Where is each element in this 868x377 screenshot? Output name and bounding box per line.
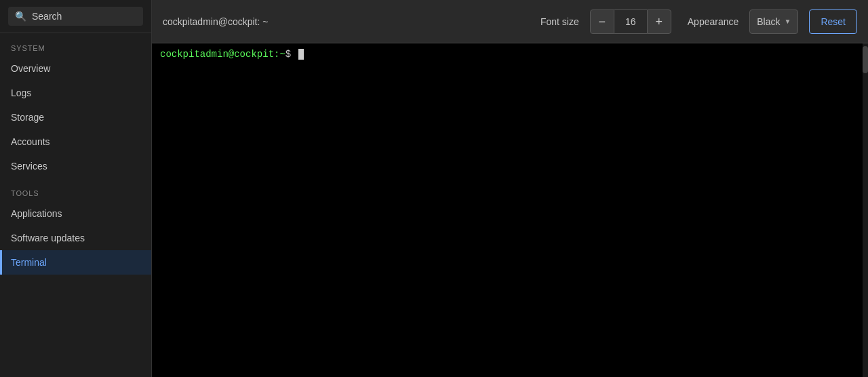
search-icon: 🔍: [15, 11, 26, 22]
font-size-value: 16: [614, 9, 647, 34]
sidebar-item-services[interactable]: Services: [0, 154, 151, 178]
reset-button[interactable]: Reset: [809, 9, 857, 34]
sidebar-item-label-software-updates: Software updates: [11, 233, 85, 243]
sidebar-item-label-accounts: Accounts: [11, 136, 50, 147]
search-container: 🔍 Search: [0, 0, 151, 33]
sidebar-item-label-terminal: Terminal: [11, 257, 47, 268]
sidebar-item-overview[interactable]: Overview: [0, 56, 151, 81]
appearance-dropdown[interactable]: Black ▼: [749, 9, 798, 34]
terminal-cursor: [298, 49, 304, 60]
sidebar: 🔍 Search System Overview Logs Storage Ac…: [0, 0, 152, 377]
font-decrease-button[interactable]: −: [590, 9, 614, 34]
terminal-prompt-user: cockpitadmin@cockpit:: [160, 49, 279, 60]
search-box[interactable]: 🔍 Search: [8, 7, 143, 26]
sidebar-item-accounts[interactable]: Accounts: [0, 130, 151, 154]
sidebar-item-label-services: Services: [11, 161, 47, 172]
terminal-prompt-symbol: $: [285, 49, 297, 60]
terminal-header: cockpitadmin@cockpit: ~ Font size − 16 +…: [152, 0, 868, 43]
tools-section-label: Tools: [0, 178, 151, 201]
terminal-title: cockpitadmin@cockpit: ~: [163, 16, 530, 27]
sidebar-item-terminal[interactable]: Terminal: [0, 250, 151, 275]
system-section-label: System: [0, 33, 151, 56]
sidebar-item-label-overview: Overview: [11, 63, 50, 74]
terminal-scrollbar[interactable]: [863, 43, 868, 377]
terminal-body[interactable]: cockpitadmin@cockpit:~$: [152, 43, 868, 377]
appearance-label: Appearance: [688, 16, 739, 27]
sidebar-item-label-logs: Logs: [11, 87, 31, 98]
sidebar-item-logs[interactable]: Logs: [0, 81, 151, 105]
sidebar-item-label-applications: Applications: [11, 208, 62, 219]
appearance-value: Black: [757, 16, 780, 27]
font-increase-button[interactable]: +: [647, 9, 671, 34]
font-size-label: Font size: [540, 16, 579, 27]
sidebar-item-storage[interactable]: Storage: [0, 105, 151, 130]
chevron-down-icon: ▼: [785, 18, 791, 25]
font-size-controls: − 16 +: [590, 9, 671, 34]
sidebar-item-label-storage: Storage: [11, 112, 44, 123]
terminal-line: cockpitadmin@cockpit:~$: [160, 49, 860, 60]
sidebar-item-applications[interactable]: Applications: [0, 201, 151, 226]
search-label: Search: [32, 11, 62, 22]
terminal-scrollbar-thumb: [863, 46, 868, 73]
sidebar-item-software-updates[interactable]: Software updates: [0, 226, 151, 250]
terminal-prompt-path: ~: [279, 49, 285, 60]
main-content: cockpitadmin@cockpit: ~ Font size − 16 +…: [152, 0, 868, 377]
